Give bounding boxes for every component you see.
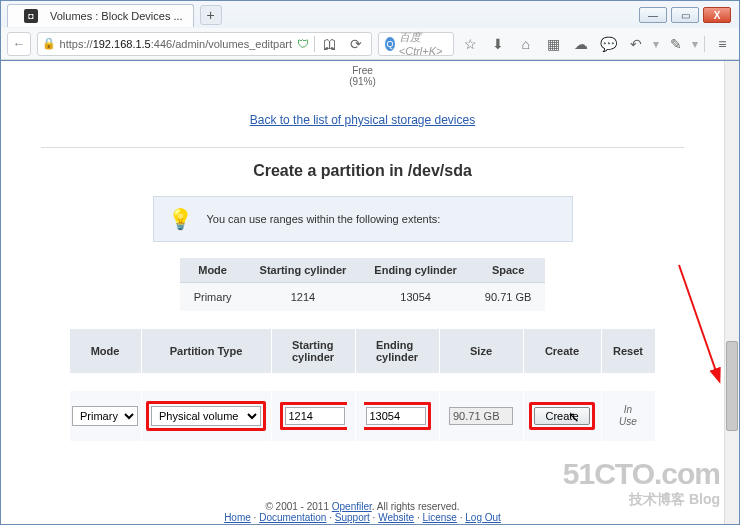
in-use-label: In Use — [619, 404, 637, 428]
hdr-end: Ending cylinder — [356, 329, 440, 373]
page-title: Create a partition in /dev/sda — [41, 162, 684, 180]
hdr-create: Create — [524, 329, 602, 373]
back-button[interactable]: ← — [7, 32, 31, 56]
hdr-ptype: Partition Type — [142, 329, 272, 373]
minimize-button[interactable]: — — [639, 7, 667, 23]
extent-table: Mode Starting cylinder Ending cylinder S… — [180, 258, 546, 311]
scroll-thumb[interactable] — [726, 341, 738, 431]
vertical-scrollbar[interactable] — [724, 61, 739, 524]
maximize-button[interactable]: ▭ — [671, 7, 699, 23]
highlight-cyl-l — [280, 402, 347, 430]
highlight-create: Create — [529, 402, 594, 430]
star-icon[interactable]: ☆ — [460, 33, 482, 55]
info-box: 💡 You can use ranges within the followin… — [153, 196, 573, 242]
openfiler-link[interactable]: Openfiler — [332, 501, 372, 512]
hdr-reset: Reset — [602, 329, 656, 373]
undo-icon[interactable]: ↶ — [625, 33, 647, 55]
search-placeholder: 百度 <Ctrl+K> — [399, 30, 447, 57]
website-link[interactable]: Website — [378, 512, 414, 523]
download-icon[interactable]: ⬇ — [487, 33, 509, 55]
free-space-label: Free(91%) — [41, 65, 684, 87]
tab-title: Volumes : Block Devices ... — [50, 10, 183, 22]
end-cyl-input[interactable] — [366, 407, 426, 425]
highlight-ptype: Physical volume — [146, 401, 266, 431]
mode-select[interactable]: Primary — [72, 406, 138, 426]
cloud-icon[interactable]: ☁ — [570, 33, 592, 55]
favicon-icon: ◘ — [24, 9, 38, 23]
reader-icon[interactable]: 🕮 — [319, 33, 341, 55]
url-text: https://192.168.1.5:446/admin/volumes_ed… — [60, 38, 292, 50]
partition-form: Mode Partition Type Starting cylinder En… — [41, 329, 684, 441]
col-end: Ending cylinder — [360, 258, 471, 283]
new-tab-button[interactable]: + — [200, 5, 222, 25]
hdr-start: Starting cylinder — [272, 329, 356, 373]
col-start: Starting cylinder — [246, 258, 361, 283]
browser-tab[interactable]: ◘ Volumes : Block Devices ... — [7, 4, 194, 27]
address-bar[interactable]: 🔒 https://192.168.1.5:446/admin/volumes_… — [37, 32, 372, 56]
bulb-icon: 💡 — [168, 207, 193, 231]
reload-icon[interactable]: ⟳ — [345, 33, 367, 55]
search-engine-icon: Q — [385, 37, 395, 51]
size-display — [449, 407, 513, 425]
hdr-size: Size — [440, 329, 524, 373]
hdr-mode: Mode — [70, 329, 142, 373]
partition-type-select[interactable]: Physical volume — [151, 406, 261, 426]
col-mode: Mode — [180, 258, 246, 283]
col-space: Space — [471, 258, 545, 283]
tool-icon[interactable]: ✎ — [665, 33, 687, 55]
highlight-cyl-r — [364, 402, 431, 430]
title-bar: ◘ Volumes : Block Devices ... + — ▭ X — [1, 1, 739, 29]
docs-link[interactable]: Documentation — [259, 512, 326, 523]
chat-icon[interactable]: 💬 — [598, 33, 620, 55]
lock-icon: 🔒 — [42, 37, 56, 50]
menu-icon[interactable]: ≡ — [711, 33, 733, 55]
start-cyl-input[interactable] — [285, 407, 345, 425]
support-link[interactable]: Support — [335, 512, 370, 523]
table-row: Primary 1214 13054 90.71 GB — [180, 283, 546, 312]
info-text: You can use ranges within the following … — [207, 213, 441, 225]
browser-toolbar: ← 🔒 https://192.168.1.5:446/admin/volume… — [1, 28, 739, 60]
home-icon[interactable]: ⌂ — [515, 33, 537, 55]
create-button[interactable]: Create — [534, 407, 589, 425]
shield-icon[interactable]: 🛡 — [296, 37, 310, 51]
back-to-list-link[interactable]: Back to the list of physical storage dev… — [250, 113, 475, 127]
close-button[interactable]: X — [703, 7, 731, 23]
license-link[interactable]: License — [422, 512, 456, 523]
home-link[interactable]: Home — [224, 512, 251, 523]
search-bar[interactable]: Q 百度 <Ctrl+K> — [378, 32, 454, 56]
footer: © 2001 - 2011 Openfiler. All rights rese… — [41, 501, 684, 523]
grid-icon[interactable]: ▦ — [543, 33, 565, 55]
logout-link[interactable]: Log Out — [465, 512, 501, 523]
